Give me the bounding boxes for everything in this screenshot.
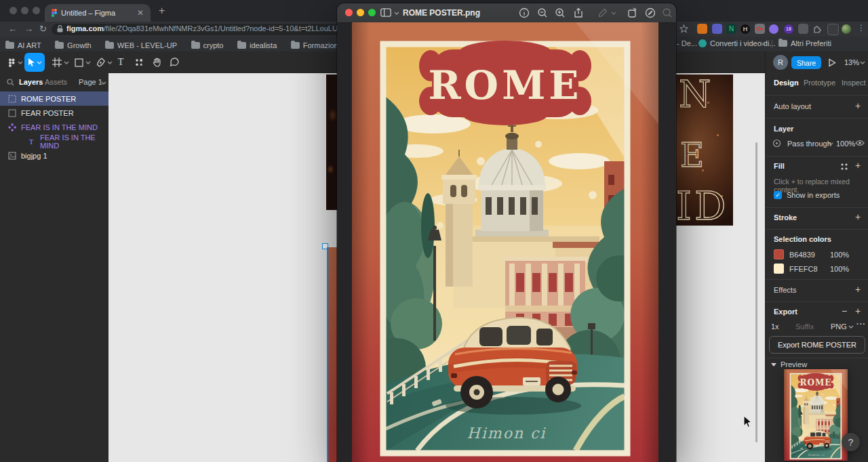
- bookmark-folder[interactable]: WEB - LEVEL-UP: [105, 41, 177, 49]
- color-swatch[interactable]: [774, 264, 784, 274]
- bookmark-altri-preferiti[interactable]: Altri Preferiti: [778, 39, 831, 47]
- bookmark-folder[interactable]: AI ART: [5, 41, 41, 49]
- color-hex[interactable]: B64839: [789, 251, 825, 259]
- zoom-in-icon[interactable]: [555, 7, 566, 18]
- tab-close-icon[interactable]: ✕: [137, 8, 144, 18]
- chevron-down-icon[interactable]: [394, 12, 399, 15]
- chevron-down-icon[interactable]: [848, 325, 854, 329]
- dark-extension-icon[interactable]: [798, 24, 808, 34]
- zoom-icon[interactable]: [368, 9, 376, 16]
- add-fill-icon[interactable]: +: [855, 162, 861, 169]
- frame-tool[interactable]: [50, 51, 64, 73]
- h-extension-icon[interactable]: H: [741, 24, 750, 34]
- zoom-out-icon[interactable]: [537, 7, 548, 18]
- selection-color-row[interactable]: FFEFC8 100%: [774, 264, 849, 274]
- ghost-extension-icon[interactable]: [769, 24, 778, 34]
- zoom-level[interactable]: 13%: [844, 58, 859, 66]
- canvas-scrollbar[interactable]: [755, 142, 757, 442]
- remove-export-icon[interactable]: −: [842, 308, 847, 314]
- add-effect-icon[interactable]: +: [855, 286, 861, 293]
- selection-color-row[interactable]: B64839 100%: [774, 249, 849, 259]
- chevron-down-icon[interactable]: [101, 81, 106, 85]
- add-export-icon[interactable]: +: [855, 308, 861, 314]
- green-n-extension-icon[interactable]: N: [726, 24, 736, 34]
- user-avatar[interactable]: R: [773, 55, 788, 70]
- tab-prototype[interactable]: Prototype: [804, 79, 835, 87]
- tab-design[interactable]: Design: [774, 79, 799, 87]
- export-scale[interactable]: 1x: [771, 322, 779, 331]
- hand-tool[interactable]: [149, 51, 164, 73]
- back-icon[interactable]: ←: [8, 24, 17, 34]
- resources-tool[interactable]: [132, 51, 146, 73]
- bookmark-truncated[interactable]: - De...: [677, 39, 697, 47]
- present-icon[interactable]: [828, 58, 836, 67]
- layer-opacity-value[interactable]: 100%: [836, 140, 855, 148]
- chevron-down-icon[interactable]: [828, 142, 833, 146]
- help-button[interactable]: ?: [842, 433, 860, 451]
- add-auto-layout-icon[interactable]: +: [855, 102, 861, 109]
- chevron-down-icon[interactable]: [611, 12, 616, 15]
- comment-tool[interactable]: [167, 51, 182, 73]
- rotate-icon[interactable]: [627, 7, 638, 18]
- extensions-puzzle-icon[interactable]: [812, 24, 823, 34]
- show-in-exports-row[interactable]: ✓ Show in exports: [774, 191, 840, 199]
- reload-icon[interactable]: ↻: [39, 24, 47, 34]
- share-button[interactable]: Share: [791, 56, 821, 69]
- chevron-down-icon[interactable]: [85, 61, 91, 64]
- blend-mode-icon[interactable]: [772, 139, 781, 148]
- fear-poster-fragment-left[interactable]: [326, 75, 337, 210]
- suffix-input[interactable]: Suffix: [795, 322, 814, 331]
- color-alpha[interactable]: 100%: [830, 251, 849, 259]
- badge-extension-icon[interactable]: 18: [784, 24, 793, 34]
- url-text[interactable]: figma.com/file/ZOqa831eMwhNfNMRz3vGs1/Un…: [66, 24, 369, 33]
- page-selector[interactable]: Page 1: [79, 78, 102, 86]
- annotate-icon[interactable]: [645, 7, 656, 18]
- layer-row-fear-poster[interactable]: FEAR POSTER: [0, 106, 108, 120]
- forward-icon[interactable]: →: [24, 24, 33, 34]
- layer-row-fear-text[interactable]: T FEAR IS IN THE MIND: [0, 134, 108, 148]
- close-icon[interactable]: [345, 9, 353, 16]
- checkbox-checked-icon[interactable]: ✓: [774, 191, 782, 199]
- chevron-down-icon[interactable]: [64, 61, 69, 64]
- window-zoom-icon[interactable]: [33, 7, 40, 14]
- share-icon[interactable]: [573, 7, 584, 18]
- preview-title-bar[interactable]: ROME POSTER.png: [337, 3, 676, 23]
- minimize-icon[interactable]: [357, 9, 364, 16]
- markup-pen-icon[interactable]: [597, 7, 608, 18]
- bookmark-folder[interactable]: Formazione: [291, 41, 342, 49]
- add-stroke-icon[interactable]: +: [855, 213, 861, 220]
- metamask-extension-icon[interactable]: [697, 24, 707, 34]
- bookmark-folder[interactable]: Growth: [55, 41, 91, 49]
- chevron-down-icon[interactable]: [18, 61, 23, 64]
- preview-window[interactable]: ROME POSTER.png: [337, 3, 676, 462]
- text-tool[interactable]: T: [114, 51, 127, 73]
- tab-layers[interactable]: Layers: [19, 78, 43, 86]
- blend-mode-select[interactable]: Pass through: [787, 140, 831, 148]
- chevron-down-icon[interactable]: [107, 61, 113, 64]
- bookmark-folder[interactable]: crypto: [191, 41, 224, 49]
- color-swatch[interactable]: [774, 249, 784, 259]
- sidebar-toggle-icon[interactable]: [380, 8, 391, 19]
- fear-poster-fragment-right[interactable]: N E ID: [676, 75, 733, 226]
- bookmark-star-icon[interactable]: [679, 24, 688, 33]
- key-extension-icon[interactable]: [755, 24, 765, 34]
- browser-tab[interactable]: Untitled – Figma ✕: [45, 4, 151, 22]
- tab-assets[interactable]: Assets: [45, 78, 67, 86]
- layer-row-rome-poster[interactable]: ROME POSTER: [0, 91, 108, 106]
- bookmarks-overflow-icon[interactable]: »: [761, 39, 765, 47]
- color-hex[interactable]: FFEFC8: [789, 265, 825, 273]
- pen-tool[interactable]: [94, 51, 107, 73]
- sidepanel-extension-icon[interactable]: [827, 24, 839, 35]
- tab-inspect[interactable]: Inspect: [842, 79, 865, 87]
- export-rome-poster-button[interactable]: Export ROME POSTER: [769, 336, 865, 354]
- export-format-select[interactable]: PNG: [831, 322, 847, 331]
- export-options-icon[interactable]: ···: [856, 320, 866, 328]
- chevron-down-icon[interactable]: [860, 61, 865, 64]
- layer-row-bigjpg[interactable]: bigjpg 1: [0, 148, 108, 163]
- window-close-icon[interactable]: [9, 7, 17, 14]
- search-icon[interactable]: [662, 7, 673, 18]
- search-icon[interactable]: [7, 79, 14, 86]
- eye-icon[interactable]: [855, 139, 865, 147]
- browser-menu-icon[interactable]: ⋮: [857, 23, 865, 33]
- preview-collapse-icon[interactable]: [771, 363, 776, 366]
